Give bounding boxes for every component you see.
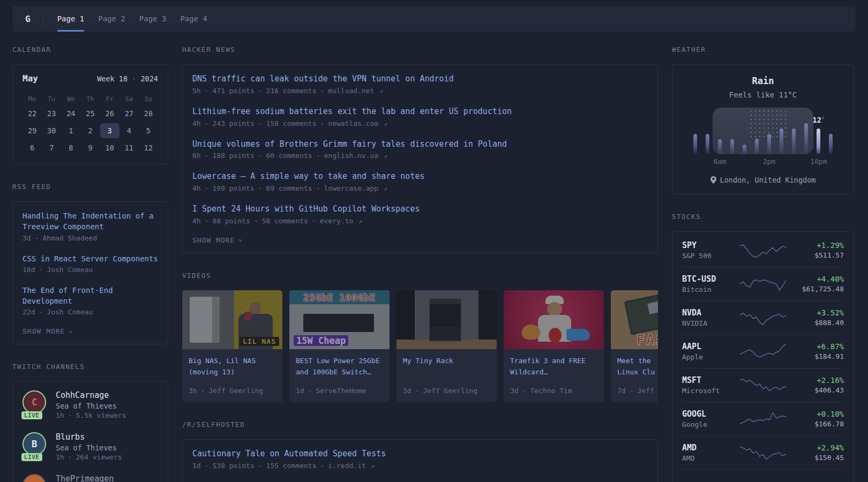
twitch-channel-row[interactable]: PThePrimeagen (23, 474, 158, 482)
show-more-button[interactable]: SHOW MORE ⌄ (192, 236, 648, 244)
chevron-down-icon: ⌄ (238, 236, 243, 240)
rss-item: The End of Front-End Development22d·Josh… (23, 285, 158, 317)
news-item-comments[interactable]: 69 comments (266, 184, 312, 192)
stock-row[interactable]: NVDANVIDIA+3.52%$888.40 (682, 300, 844, 334)
video-card[interactable]: My Tiny Rack3d·Jeff Geerling (396, 290, 497, 402)
video-thumbnail[interactable]: 25GbE 100GbE15W Cheap (289, 290, 390, 349)
twitch-viewer-count: 5.5k viewers (76, 411, 126, 419)
news-item-title[interactable]: DNS traffic can leak outside the VPN tun… (192, 73, 648, 85)
video-title[interactable]: Meet the Linux Clu (617, 356, 658, 379)
weather-bar (767, 134, 771, 154)
news-item-domain[interactable]: mullvad.net ↗ (328, 87, 383, 95)
weather-bar (693, 134, 697, 154)
video-title[interactable]: Traefik 3 and FREE Wildcard… (510, 356, 597, 379)
external-link-icon: ↗ (358, 218, 362, 225)
video-thumbnail[interactable] (396, 290, 497, 349)
tab-page-2[interactable]: Page 2 (91, 6, 132, 32)
news-item-comments[interactable]: 155 comments (266, 462, 317, 470)
news-item-meta: 6h·188 points·60 comments·english.nv.ua … (192, 152, 648, 160)
stock-change: +2.94% (786, 443, 844, 452)
calendar-day: 11 (119, 140, 139, 155)
video-thumbnail[interactable]: FAS (611, 290, 658, 349)
twitch-channel-row[interactable]: CLIVECohhCarnageSea of Thieves1h·5.5k vi… (23, 390, 158, 419)
video-channel[interactable]: Jeff Geerling (423, 387, 477, 395)
stock-symbol: AMD (682, 443, 740, 453)
calendar-day: 27 (119, 106, 139, 121)
news-item-comments[interactable]: 60 comments (266, 152, 312, 160)
twitch-section: TWITCH CHANNELS CLIVECohhCarnageSea of T… (12, 363, 168, 482)
video-channel[interactable]: Techno Tim (530, 387, 572, 395)
twitch-channel-name[interactable]: Blurbs (56, 432, 122, 442)
news-item-title[interactable]: I Spent 24 Hours with GitHub Copilot Wor… (192, 204, 648, 215)
twitch-channel-name[interactable]: ThePrimeagen (56, 474, 114, 482)
twitch-channel-name[interactable]: CohhCarnage (56, 390, 126, 400)
tab-page-3[interactable]: Page 3 (132, 6, 174, 32)
tab-page-1[interactable]: Page 1 (50, 6, 92, 32)
rss-item-title[interactable]: Handling The Indentation of a Treeview C… (23, 210, 158, 232)
stock-name: S&P 500 (682, 252, 740, 260)
video-card[interactable]: Traefik 3 and FREE Wildcard…3d·Techno Ti… (504, 290, 604, 402)
stock-row[interactable]: GOOGLGoogle+0.10%$166.78 (682, 402, 844, 435)
external-link-icon: ↗ (371, 463, 375, 470)
video-channel[interactable]: Jeff Geerling (208, 387, 263, 395)
video-title[interactable]: Big NAS, Lil NAS (moving 13) (189, 356, 276, 379)
stock-values: +6.87%$184.91 (786, 342, 844, 360)
meta-separator-dot: · (308, 387, 312, 395)
video-card[interactable]: FASMeet the Linux Clu7d·Jeff Geerling (611, 290, 658, 402)
tab-page-4[interactable]: Page 4 (173, 6, 214, 32)
video-channel[interactable]: ServeTheHome (316, 387, 366, 395)
news-item-meta: 4h·88 points·58 comments·every.to ↗ (192, 217, 648, 225)
video-title[interactable]: BEST Low Power 25GbE and 100GbE Switch… (296, 356, 383, 379)
stock-row[interactable]: AMDAMD+2.94%$150.45 (682, 435, 844, 469)
stock-row[interactable]: RDDT-1.65% (682, 469, 844, 482)
rss-item-author: Ahmad Shadeed (42, 234, 97, 242)
weather-bar (706, 134, 709, 154)
stock-identity: BTC-USDBitcoin (682, 274, 740, 293)
news-item-domain[interactable]: lowercase.app ↗ (324, 184, 387, 192)
news-item-domain[interactable]: every.to ↗ (320, 217, 362, 225)
thumbnail-shade (182, 290, 282, 349)
stock-row[interactable]: SPYS&P 500+1.29%$511.57 (682, 233, 844, 267)
rss-item-title[interactable]: The End of Front-End Development (23, 285, 158, 307)
news-item: Lowercase – A simple way to take and sha… (192, 171, 648, 192)
twitch-viewer-count: 264 viewers (76, 453, 122, 461)
meta-separator-dot: · (258, 87, 263, 95)
app-logo[interactable]: G (21, 6, 39, 32)
news-item-title[interactable]: Cautionary Tale on Automated Speed Tests (192, 448, 648, 460)
stock-name: Apple (682, 353, 740, 361)
video-card-body: Meet the Linux Clu7d·Jeff Geerling (611, 349, 658, 402)
calendar-weekday: Th (80, 92, 100, 106)
stock-row[interactable]: BTC-USDBitcoin+4.40%$61,725.48 (682, 267, 844, 300)
stock-row[interactable]: MSFTMicrosoft+2.16%$406.43 (682, 368, 844, 402)
news-item-title[interactable]: Lithium-free sodium batteries exit the l… (192, 106, 648, 118)
news-item-domain[interactable]: i.redd.it ↗ (328, 462, 375, 470)
video-card-body: BEST Low Power 25GbE and 100GbE Switch…1… (289, 349, 390, 402)
calendar-weekday: Mo (23, 92, 42, 106)
video-channel[interactable]: Jeff Geerling (637, 387, 658, 395)
stock-symbol: SPY (682, 240, 740, 250)
rss-item-title[interactable]: CSS in React Server Components (23, 253, 158, 264)
news-item-title[interactable]: Lowercase – A simple way to take and sha… (192, 171, 648, 183)
show-more-button[interactable]: SHOW MORE ⌄ (23, 327, 158, 335)
news-item-time: 4h (192, 119, 201, 127)
news-item-comments[interactable]: 216 comments (266, 87, 317, 95)
news-item-points: 188 points (212, 152, 254, 160)
news-item-domain[interactable]: newatlas.com ↗ (328, 119, 387, 127)
news-item-title[interactable]: Unique volumes of Brothers Grimm fairy t… (192, 139, 648, 150)
video-thumbnail[interactable]: LIL NAS (182, 290, 282, 349)
meta-separator-dot: · (630, 387, 634, 395)
stock-identity: SPYS&P 500 (682, 240, 740, 260)
video-time: 1d (296, 387, 304, 395)
meta-separator-dot: · (205, 152, 209, 160)
news-item-comments[interactable]: 158 comments (266, 119, 317, 127)
video-card[interactable]: LIL NASBig NAS, Lil NAS (moving 13)3h·Je… (182, 290, 282, 402)
news-item-comments[interactable]: 58 comments (262, 217, 308, 225)
news-item-domain[interactable]: english.nv.ua ↗ (324, 152, 387, 160)
video-title[interactable]: My Tiny Rack (403, 356, 490, 379)
video-thumbnail[interactable] (504, 290, 604, 349)
weather-chart: 12° (693, 108, 833, 154)
calendar-day: 2 (80, 123, 100, 138)
video-card[interactable]: 25GbE 100GbE15W CheapBEST Low Power 25Gb… (289, 290, 390, 402)
stock-row[interactable]: AAPLApple+6.87%$184.91 (682, 334, 844, 368)
twitch-channel-row[interactable]: BLIVEBlurbsSea of Thieves1h·264 viewers (23, 432, 158, 461)
